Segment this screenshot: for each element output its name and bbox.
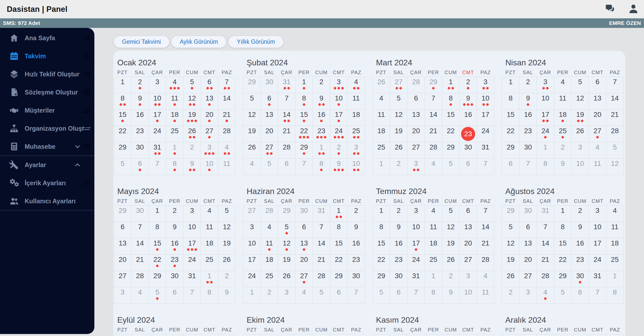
day-cell[interactable]: 20 [114,255,131,271]
day-cell[interactable]: 6 [390,287,407,304]
day-cell[interactable]: 1 [295,77,313,93]
day-cell[interactable]: 18 [348,110,365,126]
day-cell[interactable]: 7 [477,159,494,175]
messages-button[interactable] [604,3,615,15]
day-cell[interactable]: 6 [114,222,131,238]
day-cell[interactable]: 15 [114,110,131,126]
day-cell[interactable]: 22 [442,126,460,142]
day-cell[interactable]: 26 [390,142,407,159]
day-cell[interactable]: 16 [166,238,183,255]
day-cell[interactable]: 27 [261,142,278,159]
day-cell[interactable]: 3 [572,142,589,159]
day-cell[interactable]: 31 [149,142,166,159]
day-cell[interactable]: 8 [201,287,218,304]
day-cell[interactable]: 2 [218,271,236,287]
day-cell[interactable]: 14 [425,110,442,126]
day-cell[interactable]: 19 [278,255,295,271]
drag-handle-icon[interactable] [83,36,90,40]
day-cell[interactable]: 16 [390,238,407,255]
day-cell[interactable]: 19 [218,238,236,255]
day-cell[interactable]: 22 [114,126,131,142]
day-cell[interactable]: 26 [502,271,519,287]
day-cell[interactable]: 9 [166,222,183,238]
day-cell[interactable]: 9 [519,93,537,110]
day-cell[interactable]: 1 [373,206,390,222]
day-cell[interactable]: 9 [390,222,407,238]
day-cell[interactable]: 8 [606,287,624,304]
day-cell[interactable]: 5 [313,287,330,304]
day-cell[interactable]: 1 [330,206,348,222]
day-cell[interactable]: 29 [425,77,442,93]
day-cell[interactable]: 7 [131,222,149,238]
day-cell[interactable]: 23 [390,255,407,271]
day-cell[interactable]: 5 [572,77,589,93]
day-cell[interactable]: 27 [243,206,261,222]
day-cell[interactable]: 31 [278,77,295,93]
day-cell[interactable]: 26 [572,126,589,142]
day-cell[interactable]: 7 [313,222,330,238]
day-cell[interactable]: 12 [442,222,460,238]
day-cell[interactable]: 6 [166,287,183,304]
day-cell[interactable]: 3 [243,222,261,238]
day-cell[interactable]: 2 [572,206,589,222]
day-cell[interactable]: 25 [425,255,442,271]
day-cell[interactable]: 27 [295,271,313,287]
day-cell[interactable]: 22 [149,255,166,271]
day-cell[interactable]: 4 [554,77,572,93]
day-cell[interactable]: 12 [243,110,261,126]
day-cell[interactable]: 5 [373,287,390,304]
day-cell[interactable]: 7 [477,206,494,222]
drag-handle-icon[interactable] [83,90,90,95]
day-cell[interactable]: 7 [183,287,201,304]
day-cell[interactable]: 18 [425,238,442,255]
day-cell[interactable]: 3 [477,77,494,93]
drag-handle-icon[interactable] [83,72,90,77]
day-cell[interactable]: 27 [201,126,218,142]
day-cell[interactable]: 8 [373,222,390,238]
drag-handle-icon[interactable] [83,144,90,149]
day-cell[interactable]: 28 [537,271,554,287]
day-cell[interactable]: 13 [114,238,131,255]
day-cell[interactable]: 4 [425,159,442,175]
day-cell[interactable]: 13 [201,93,218,110]
day-cell[interactable]: 27 [460,255,477,271]
day-cell[interactable]: 31 [407,271,425,287]
day-cell[interactable]: 24 [537,126,554,142]
day-cell[interactable]: 12 [502,238,519,255]
day-cell[interactable]: 3 [330,77,348,93]
day-cell[interactable]: 6 [295,222,313,238]
day-cell[interactable]: 9 [218,287,236,304]
day-cell[interactable]: 5 [114,159,131,175]
day-cell[interactable]: 4 [425,206,442,222]
day-cell[interactable]: 5 [442,159,460,175]
day-cell[interactable]: 17 [149,110,166,126]
day-cell[interactable]: 27 [407,142,425,159]
day-cell[interactable]: 6 [201,77,218,93]
sidebar-item-icerik-ayarlari[interactable]: İçerik Ayarları [0,174,94,192]
day-cell[interactable]: 8 [502,93,519,110]
day-cell[interactable]: 21 [278,126,295,142]
day-cell[interactable]: 1 [442,77,460,93]
day-cell[interactable]: 6 [572,287,589,304]
day-cell[interactable]: 29 [554,271,572,287]
day-cell[interactable]: 16 [572,238,589,255]
day-cell[interactable]: 8 [313,159,330,175]
day-cell[interactable]: 27 [519,271,537,287]
day-cell[interactable]: 3 [407,206,425,222]
day-cell[interactable]: 16 [313,110,330,126]
yillik-gorunum-button[interactable]: Yıllık Görünüm [229,36,283,48]
day-cell[interactable]: 26 [243,142,261,159]
day-cell[interactable]: 2 [131,77,149,93]
day-cell[interactable]: 14 [278,110,295,126]
sidebar-item-sozlesme-olustur[interactable]: Sözleşme Oluştur [0,83,94,101]
day-cell[interactable]: 20 [589,110,606,126]
day-cell[interactable]: 10 [243,238,261,255]
day-cell[interactable]: 7 [589,287,606,304]
day-cell[interactable]: 11 [554,93,572,110]
day-cell[interactable]: 8 [330,222,348,238]
sidebar-item-musteriler[interactable]: Müşteriler [0,101,94,119]
day-cell[interactable]: 13 [589,93,606,110]
day-cell[interactable]: 10 [477,93,494,110]
day-cell[interactable]: 28 [477,255,494,271]
day-cell[interactable]: 30 [348,271,365,287]
